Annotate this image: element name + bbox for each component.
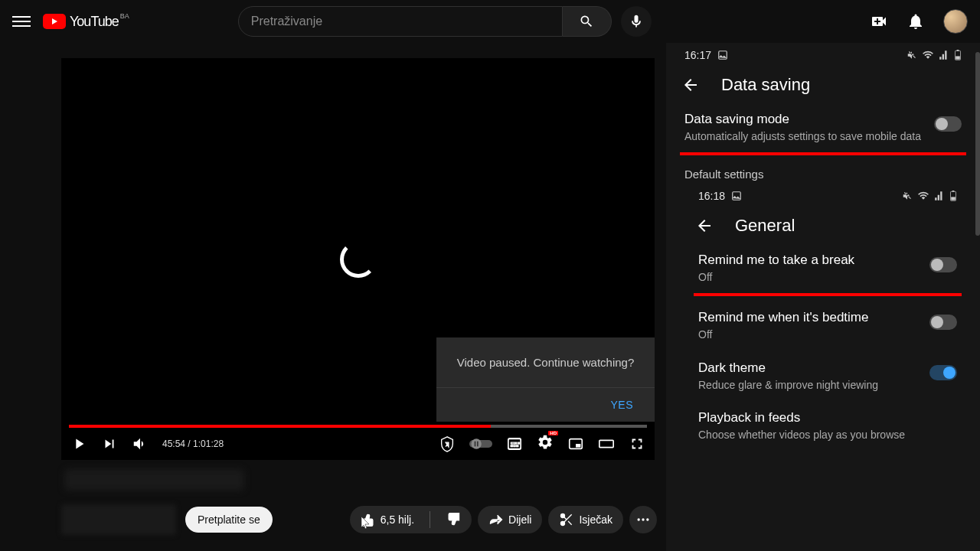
image-icon xyxy=(731,191,742,201)
back-arrow-icon[interactable] xyxy=(681,76,700,94)
setting-title: Dark theme xyxy=(698,360,920,376)
data-saving-toggle[interactable] xyxy=(934,116,962,132)
phone1-header: Data saving xyxy=(666,67,980,103)
svg-rect-22 xyxy=(951,197,956,201)
dark-theme-toggle[interactable] xyxy=(929,365,957,380)
youtube-play-icon xyxy=(43,14,66,29)
hamburger-menu-icon[interactable] xyxy=(12,12,31,31)
subscribe-button[interactable]: Pretplatite se xyxy=(185,507,273,533)
video-action-bar: 6,5 hilj. Dijeli Isječak xyxy=(350,506,657,533)
gear-icon xyxy=(537,434,554,451)
captions-icon[interactable] xyxy=(506,435,523,452)
playback-feeds-row[interactable]: Playback in feeds Choose whether videos … xyxy=(675,401,980,451)
next-icon[interactable] xyxy=(101,435,118,452)
search-button[interactable] xyxy=(563,6,612,37)
app-header: YouTube BA Pretraživanje xyxy=(0,0,980,43)
notifications-icon[interactable] xyxy=(906,12,925,31)
svg-rect-18 xyxy=(956,56,960,59)
image-icon xyxy=(717,50,728,60)
microphone-icon xyxy=(629,14,644,29)
youtube-logo-text: YouTube xyxy=(70,14,119,30)
clip-button[interactable]: Isječak xyxy=(548,506,623,533)
controls-right: HD xyxy=(439,434,645,454)
time-display: 45:54 / 1:01:28 xyxy=(162,439,224,449)
paused-actions: YES xyxy=(436,387,655,422)
create-icon[interactable] xyxy=(870,12,888,31)
fullscreen-icon[interactable] xyxy=(629,435,645,452)
channel-info-blurred xyxy=(61,504,176,535)
share-icon xyxy=(488,512,504,527)
svg-point-1 xyxy=(472,439,482,448)
search-input[interactable]: Pretraživanje xyxy=(238,6,563,37)
svg-rect-6 xyxy=(515,445,519,447)
svg-point-11 xyxy=(561,522,565,526)
remind-bedtime-toggle[interactable] xyxy=(929,315,957,330)
svg-rect-8 xyxy=(576,444,580,448)
dark-theme-row[interactable]: Dark theme Reduce glare & improve night … xyxy=(675,351,980,401)
youtube-region: BA xyxy=(120,12,129,20)
phone2-nested: 16:18 General Remind me to take a break … xyxy=(675,184,980,451)
like-button[interactable]: 6,5 hilj. xyxy=(350,506,425,533)
scissors-icon xyxy=(559,512,574,527)
setting-subtitle: Off xyxy=(698,328,920,341)
more-actions-button[interactable] xyxy=(629,506,657,533)
wifi-icon xyxy=(922,50,934,60)
data-saving-mode-row[interactable]: Data saving mode Automatically adjusts s… xyxy=(666,103,980,152)
share-button[interactable]: Dijeli xyxy=(478,506,542,533)
voice-search-button[interactable] xyxy=(621,6,652,37)
setting-title: Data saving mode xyxy=(684,112,925,127)
share-label: Dijeli xyxy=(508,514,531,526)
theater-mode-icon[interactable] xyxy=(598,435,615,452)
setting-subtitle: Choose whether videos play as you browse xyxy=(698,428,957,442)
like-count: 6,5 hilj. xyxy=(381,514,414,526)
paused-dialog: Video paused. Continue watching? YES xyxy=(436,337,655,422)
phone2-time: 16:18 xyxy=(698,190,725,202)
setting-title: Remind me when it's bedtime xyxy=(698,310,920,325)
remind-break-toggle[interactable] xyxy=(929,257,957,272)
phone2-title: General xyxy=(735,216,795,236)
thumbs-down-icon xyxy=(446,512,461,527)
battery-icon xyxy=(954,50,962,60)
signal-icon xyxy=(939,50,949,60)
autoplay-toggle-icon[interactable] xyxy=(469,435,492,452)
settings-button[interactable]: HD xyxy=(537,434,554,454)
header-actions xyxy=(870,9,968,34)
highlight-underline xyxy=(694,293,962,296)
svg-point-13 xyxy=(642,518,644,520)
phone1-statusbar: 16:17 xyxy=(666,43,980,67)
main-content: Video paused. Continue watching? YES 45:… xyxy=(0,43,980,551)
play-icon[interactable] xyxy=(70,435,87,452)
video-player[interactable]: Video paused. Continue watching? YES 45:… xyxy=(61,58,655,460)
svg-point-12 xyxy=(638,518,640,520)
pill-divider xyxy=(430,511,430,528)
remind-bedtime-row[interactable]: Remind me when it's bedtime Off xyxy=(675,301,980,350)
svg-rect-2 xyxy=(475,442,476,447)
youtube-logo[interactable]: YouTube BA xyxy=(43,14,119,30)
remind-break-row[interactable]: Remind me to take a break Off xyxy=(675,243,980,293)
user-avatar[interactable] xyxy=(943,9,968,34)
phone2-statusbar: 16:18 xyxy=(675,184,980,208)
signal-icon xyxy=(934,191,945,201)
continue-watching-button[interactable]: YES xyxy=(610,399,633,411)
default-settings-label: Default settings xyxy=(666,160,980,184)
video-title-row xyxy=(61,469,657,491)
video-title-blurred xyxy=(64,469,244,491)
svg-point-14 xyxy=(646,518,648,520)
scrollbar[interactable] xyxy=(975,52,980,236)
back-arrow-icon[interactable] xyxy=(695,217,714,235)
channel-row: Pretplatite se 6,5 hilj. Dijeli xyxy=(61,504,657,535)
setting-subtitle: Reduce glare & improve night viewing xyxy=(698,378,920,392)
stable-volume-icon[interactable] xyxy=(439,435,456,452)
svg-rect-17 xyxy=(957,50,959,51)
thumbs-up-icon xyxy=(361,512,376,527)
setting-title: Playback in feeds xyxy=(698,410,957,425)
setting-subtitle: Off xyxy=(698,270,920,284)
hd-badge: HD xyxy=(548,431,558,435)
mute-icon xyxy=(906,50,917,60)
search-icon xyxy=(579,14,594,29)
svg-rect-21 xyxy=(952,191,955,191)
dislike-button[interactable] xyxy=(435,506,472,533)
sidebar-phone-screenshots: 16:17 Data saving Data saving mode Autom… xyxy=(666,43,980,551)
volume-icon[interactable] xyxy=(132,435,149,452)
miniplayer-icon[interactable] xyxy=(567,435,584,452)
